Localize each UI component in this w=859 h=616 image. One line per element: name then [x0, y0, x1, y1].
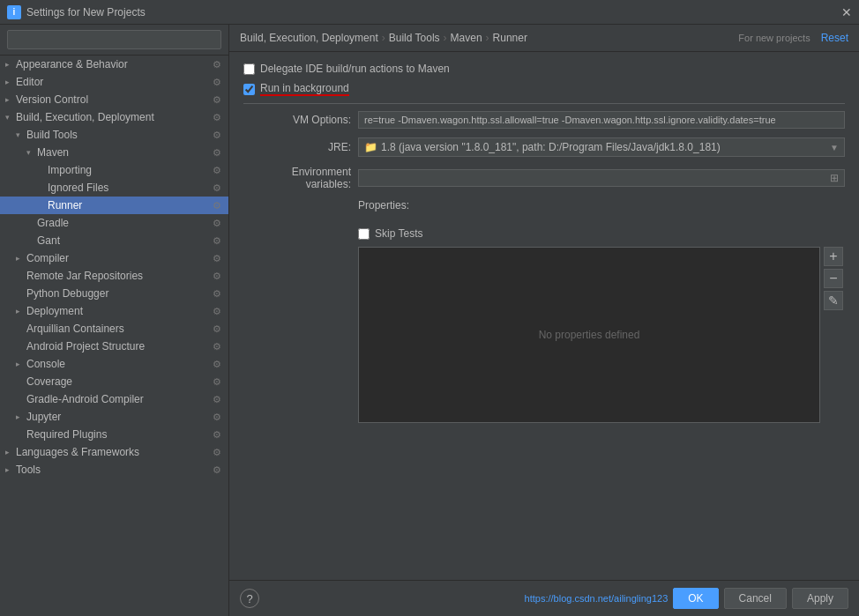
sidebar-item-editor[interactable]: ▸ Editor ⚙	[0, 73, 228, 91]
sidebar-item-label: Maven	[37, 146, 211, 159]
sidebar-item-version-control[interactable]: ▸ Version Control ⚙	[0, 91, 228, 108]
run-bg-checkbox[interactable]	[243, 84, 255, 95]
help-button[interactable]: ?	[240, 589, 259, 608]
sidebar-item-label: Version Control	[16, 93, 211, 106]
vm-options-input[interactable]	[358, 111, 845, 129]
apply-button[interactable]: Apply	[792, 588, 848, 609]
sidebar-item-label: Build Tools	[26, 129, 211, 141]
sidebar-item-maven[interactable]: ▾ Maven ⚙	[0, 144, 228, 161]
sidebar-item-label: Compiler	[26, 252, 211, 264]
ok-button[interactable]: OK	[673, 588, 718, 609]
delegate-checkbox-wrapper: Delegate IDE build/run actions to Maven	[243, 63, 450, 75]
arrow-icon: ▸	[5, 95, 16, 104]
vm-options-label: VM Options:	[243, 114, 358, 126]
sidebar-item-appearance[interactable]: ▸ Appearance & Behavior ⚙	[0, 56, 228, 73]
sidebar-item-build-exec-deploy[interactable]: ▾ Build, Execution, Deployment ⚙	[0, 108, 228, 126]
title-bar-left: i Settings for New Projects	[7, 5, 146, 19]
settings-icon: ⚙	[211, 182, 223, 194]
skip-tests-label: Skip Tests	[375, 227, 422, 240]
sidebar-item-label: Build, Execution, Deployment	[16, 111, 211, 123]
sidebar-item-label: Remote Jar Repositories	[26, 270, 211, 282]
settings-icon: ⚙	[211, 428, 223, 441]
sidebar-item-label: Tools	[16, 464, 211, 476]
app-icon: i	[7, 5, 21, 19]
sidebar-item-compiler[interactable]: ▸ Compiler ⚙	[0, 249, 228, 267]
arrow-icon: ▾	[26, 148, 37, 157]
vm-options-row: VM Options:	[243, 111, 845, 129]
sidebar-item-label: Languages & Frameworks	[16, 446, 211, 458]
sidebar-item-label: Arquillian Containers	[26, 323, 211, 335]
sidebar-item-arquillian[interactable]: ▸ Arquillian Containers ⚙	[0, 320, 228, 338]
arrow-icon: ▸	[16, 307, 26, 315]
settings-icon: ⚙	[211, 164, 223, 176]
sidebar-item-jupyter[interactable]: ▸ Jupyter ⚙	[0, 408, 228, 426]
settings-icon: ⚙	[211, 146, 223, 159]
sidebar-item-languages[interactable]: ▸ Languages & Frameworks ⚙	[0, 443, 228, 461]
sidebar-item-ignored-files[interactable]: ▸ Ignored Files ⚙	[0, 179, 228, 197]
breadcrumb-part-1: Build, Execution, Deployment	[240, 32, 378, 44]
for-new-projects-label: For new projects	[738, 33, 810, 43]
sidebar-item-importing[interactable]: ▸ Importing ⚙	[0, 161, 228, 179]
sidebar-item-required-plugins[interactable]: ▸ Required Plugins ⚙	[0, 426, 228, 443]
settings-icon: ⚙	[211, 411, 223, 423]
sidebar-item-deployment[interactable]: ▸ Deployment ⚙	[0, 302, 228, 320]
settings-icon: ⚙	[211, 446, 223, 458]
edit-property-button[interactable]: ✎	[824, 291, 843, 310]
sidebar-item-android-project[interactable]: ▸ Android Project Structure ⚙	[0, 338, 228, 355]
delegate-checkbox[interactable]	[243, 63, 255, 75]
title-bar: i Settings for New Projects ✕	[0, 0, 859, 25]
main-content: ▸ Appearance & Behavior ⚙ ▸ Editor ⚙ ▸ V…	[0, 25, 859, 616]
settings-icon: ⚙	[211, 234, 223, 247]
url-label: https://blog.csdn.net/ailingling123	[525, 593, 669, 604]
properties-area: No properties defined + − ✎	[243, 247, 845, 423]
sidebar-item-tools[interactable]: ▸ Tools ⚙	[0, 461, 228, 479]
sidebar-item-python-debugger[interactable]: ▸ Python Debugger ⚙	[0, 285, 228, 302]
settings-icon: ⚙	[211, 252, 223, 264]
env-row: Environment variables: ⊞	[243, 166, 845, 190]
sidebar-item-label: Runner	[48, 199, 211, 212]
settings-icon: ⚙	[211, 129, 223, 141]
arrow-icon: ▸	[16, 360, 26, 368]
bottom-right: https://blog.csdn.net/ailingling123 OK C…	[525, 588, 848, 609]
breadcrumb-sep-1: ›	[382, 32, 385, 44]
dialog-container: ▸ Appearance & Behavior ⚙ ▸ Editor ⚙ ▸ V…	[0, 25, 859, 616]
skip-tests-row: Skip Tests	[243, 227, 845, 240]
sidebar-item-label: Ignored Files	[48, 182, 211, 194]
env-input[interactable]	[362, 172, 828, 184]
cancel-button[interactable]: Cancel	[724, 588, 787, 609]
bottom-bar: ? https://blog.csdn.net/ailingling123 OK…	[229, 580, 859, 616]
arrow-icon: ▾	[5, 113, 16, 122]
breadcrumb-bar: Build, Execution, Deployment › Build Too…	[229, 25, 859, 52]
remove-property-button[interactable]: −	[824, 269, 843, 288]
add-property-button[interactable]: +	[824, 247, 843, 266]
close-button[interactable]: ✕	[841, 5, 852, 19]
jre-folder-icon: 📁	[364, 141, 377, 153]
sidebar-item-gradle[interactable]: ▸ Gradle ⚙	[0, 214, 228, 232]
settings-icon: ⚙	[211, 287, 223, 300]
sidebar-item-label: Required Plugins	[26, 428, 211, 441]
no-properties-text: No properties defined	[539, 329, 640, 341]
window-title: Settings for New Projects	[26, 6, 146, 19]
sidebar-item-gradle-android[interactable]: ▸ Gradle-Android Compiler ⚙	[0, 390, 228, 408]
search-input[interactable]	[7, 30, 221, 49]
arrow-icon: ▸	[16, 254, 26, 263]
sidebar-item-build-tools[interactable]: ▾ Build Tools ⚙	[0, 126, 228, 144]
right-panel: Build, Execution, Deployment › Build Too…	[229, 25, 859, 616]
properties-toolbar: + − ✎	[824, 247, 845, 423]
properties-section: Properties: Skip Tests No properties def…	[243, 199, 845, 423]
sidebar-item-label: Jupyter	[26, 411, 211, 423]
settings-icon: ⚙	[211, 76, 223, 88]
reset-link[interactable]: Reset	[821, 32, 848, 44]
sidebar-item-label: Gradle	[37, 217, 211, 229]
sidebar-item-coverage[interactable]: ▸ Coverage ⚙	[0, 373, 228, 390]
settings-icon: ⚙	[211, 217, 223, 229]
sidebar-item-console[interactable]: ▸ Console ⚙	[0, 355, 228, 373]
sidebar-item-remote-jar[interactable]: ▸ Remote Jar Repositories ⚙	[0, 267, 228, 285]
jre-dropdown[interactable]: 📁 1.8 (java version "1.8.0_181", path: D…	[358, 137, 845, 157]
properties-heading: Properties:	[358, 199, 409, 212]
skip-tests-checkbox[interactable]	[358, 228, 370, 240]
settings-icon: ⚙	[211, 393, 223, 405]
env-expand-icon[interactable]: ⊞	[828, 172, 840, 184]
sidebar-item-runner[interactable]: ▸ Runner ⚙	[0, 197, 228, 214]
sidebar-item-gant[interactable]: ▸ Gant ⚙	[0, 232, 228, 249]
